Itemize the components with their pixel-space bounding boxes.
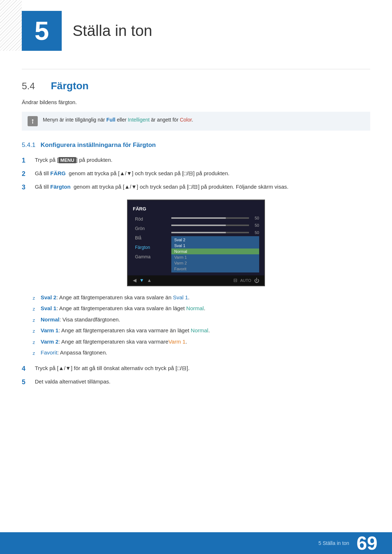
- page-header: 5 Ställa in ton: [0, 0, 392, 58]
- note-icon: [28, 116, 38, 126]
- option-sval1: z Sval 1: Ange att färgtemperaturen ska …: [33, 304, 370, 313]
- tv-slider-val-gron: 50: [252, 223, 259, 227]
- tv-dropdown-sval1: Sval 1: [171, 243, 259, 249]
- tv-icon-up: ▲: [147, 278, 152, 283]
- option-bullet-varm2: z: [33, 339, 37, 346]
- tv-bottom-bar: ◀ ▼ ▲ ⊟ AUTO ⏻: [128, 275, 264, 286]
- tv-dropdown-sval2: Sval 2: [171, 237, 259, 243]
- step-1-number: 1: [22, 156, 32, 165]
- opt-ref-varm2: Varm 1: [168, 338, 185, 345]
- option-text-sval1: Sval 1: Ange att färgtemperaturen ska va…: [41, 304, 205, 313]
- tv-slider-fill-rod: [171, 217, 226, 219]
- note-text-before: Menyn är inte tillgänglig när: [43, 117, 106, 123]
- step-2-number: 2: [22, 169, 32, 178]
- option-text-varm2: Varm 2: Ange att färgtemperaturen ska va…: [41, 338, 187, 346]
- opt-ref-sval1-normal: Normal: [186, 305, 204, 311]
- step-2: 2 Gå till FÄRG genom att trycka på [▲/▼]…: [22, 169, 370, 178]
- tv-slider-bla: 50: [171, 229, 259, 236]
- svg-point-1: [32, 119, 33, 121]
- tv-bottom-icons-right: ⊟ AUTO ⏻: [233, 278, 259, 283]
- tv-slider-val-bla: 50: [252, 230, 259, 235]
- section-divider: [22, 69, 370, 69]
- step-2-farg: FÄRG: [50, 170, 66, 176]
- step-1-text: Tryck på [MENU] på produkten.: [35, 156, 113, 164]
- svg-rect-2: [32, 121, 33, 124]
- note-text: Menyn är inte tillgänglig när Full eller…: [43, 116, 193, 124]
- tv-slider-bar-rod: [171, 217, 249, 219]
- note-full-label: Full: [106, 117, 115, 123]
- option-sval2: z Sval 2: Ange att färgtemperaturen ska …: [33, 294, 370, 302]
- tv-dropdown-normal: Normal: [171, 249, 259, 254]
- steps-list-4-5: 4 Tryck på [▲/▼] för att gå till önskat …: [22, 364, 370, 387]
- step-5-text: Det valda alternativet tillämpas.: [35, 378, 110, 386]
- note-text-after: är angett för: [150, 117, 180, 123]
- option-bullet-sval1: z: [33, 305, 37, 313]
- option-varm1: z Varm 1: Ange att färgtemperaturen ska …: [33, 327, 370, 335]
- tv-menu-items: Röd Grön Blå Färgton Gamma 50: [128, 214, 264, 272]
- chapter-number-box: 5: [22, 11, 62, 51]
- tv-menu-rod: Röd: [133, 214, 171, 224]
- tv-ui-inner: FÄRG Röd Grön Blå Färgton Gamma: [128, 200, 264, 286]
- opt-label-favorit: Favorit: [41, 349, 57, 356]
- step-3-text: Gå till Färgton genom att trycka på [▲/▼…: [35, 183, 289, 191]
- tv-bottom-icons-left: ◀ ▼ ▲: [133, 278, 152, 283]
- opt-ref-varm1-normal: Normal: [191, 327, 208, 333]
- tv-slider-bar-bla: [171, 232, 249, 233]
- chapter-number: 5: [34, 16, 49, 46]
- opt-label-normal: Normal: [41, 316, 60, 323]
- tv-slider-val-rod: 50: [252, 216, 259, 220]
- page-footer: 5 Ställa in ton 69: [0, 532, 392, 554]
- subsection-number: 5.4.1: [22, 141, 36, 149]
- tv-ui-container: FÄRG Röd Grön Blå Färgton Gamma: [22, 200, 370, 286]
- subsection-title: Konfigurera inställningarna för Färgton: [41, 141, 156, 149]
- step-3: 3 Gå till Färgton genom att trycka på [▲…: [22, 183, 370, 192]
- opt-label-sval2: Sval 2: [41, 294, 56, 300]
- option-bullet-normal: z: [33, 317, 37, 324]
- step-4: 4 Tryck på [▲/▼] för att gå till önskat …: [22, 364, 370, 373]
- steps-list: 1 Tryck på [MENU] på produkten. 2 Gå til…: [22, 156, 370, 192]
- tv-dropdown-varm1: Varm 1: [171, 254, 259, 260]
- tv-slider-gron: 50: [171, 222, 259, 229]
- tv-dropdown-fargton: Sval 2 Sval 1 Normal Varm 1 Varm 2 Favor…: [171, 236, 259, 272]
- tv-menu-right: 50 50 50: [171, 214, 264, 272]
- option-text-favorit: Favorit: Anpassa färgtonen.: [41, 349, 107, 357]
- step-4-number: 4: [22, 364, 32, 373]
- tv-menu-bla: Blå: [133, 233, 171, 243]
- section-number: 5.4: [22, 81, 44, 92]
- step-2-text: Gå till FÄRG genom att trycka på [▲/▼] o…: [35, 169, 229, 178]
- tv-dropdown-varm2: Varm 2: [171, 260, 259, 266]
- tv-menu-left: Röd Grön Blå Färgton Gamma: [128, 214, 171, 272]
- step-4-text: Tryck på [▲/▼] för att gå till önskat al…: [35, 364, 189, 373]
- options-list: z Sval 2: Ange att färgtemperaturen ska …: [33, 294, 370, 357]
- tv-dropdown-favorit: Favorit: [171, 266, 259, 272]
- tv-power-icon: ⏻: [254, 278, 259, 283]
- opt-ref-sval2: Sval 1: [173, 294, 188, 300]
- opt-label-varm2: Varm 2: [41, 338, 58, 345]
- option-favorit: z Favorit: Anpassa färgtonen.: [33, 349, 370, 357]
- option-bullet-varm1: z: [33, 328, 37, 335]
- opt-label-sval1: Sval 1: [41, 305, 56, 311]
- option-bullet-favorit: z: [33, 350, 37, 357]
- tv-slider-bar-gron: [171, 225, 249, 226]
- option-bullet-sval2: z: [33, 295, 37, 302]
- tv-slider-rod: 50: [171, 214, 259, 222]
- footer-page-number: 69: [356, 534, 377, 553]
- note-intelligent-label: Intelligent: [128, 117, 150, 123]
- note-text-end: .: [192, 117, 193, 123]
- tv-icon-left: ◀: [133, 278, 136, 283]
- tv-menu-gamma: Gamma: [133, 252, 171, 262]
- chapter-title: Ställa in ton: [73, 22, 152, 40]
- section-title: Färgton: [51, 80, 89, 92]
- note-color-label: Color: [180, 117, 192, 123]
- footer-chapter-text: 5 Ställa in ton: [318, 540, 349, 546]
- tv-slider-fill-gron: [171, 225, 226, 226]
- tv-menu-title: FÄRG: [128, 205, 264, 214]
- step-3-fargton: Färgton: [50, 184, 71, 190]
- tv-menu-fargton: Färgton: [133, 243, 171, 252]
- tv-ui-screenshot: FÄRG Röd Grön Blå Färgton Gamma: [127, 200, 265, 286]
- option-text-sval2: Sval 2: Ange att färgtemperaturen ska va…: [41, 294, 189, 302]
- menu-key: MENU: [58, 157, 76, 163]
- tv-icon-square: ⊟: [233, 278, 237, 283]
- tv-auto-label: AUTO: [240, 278, 251, 283]
- note-text-between: eller: [115, 117, 128, 123]
